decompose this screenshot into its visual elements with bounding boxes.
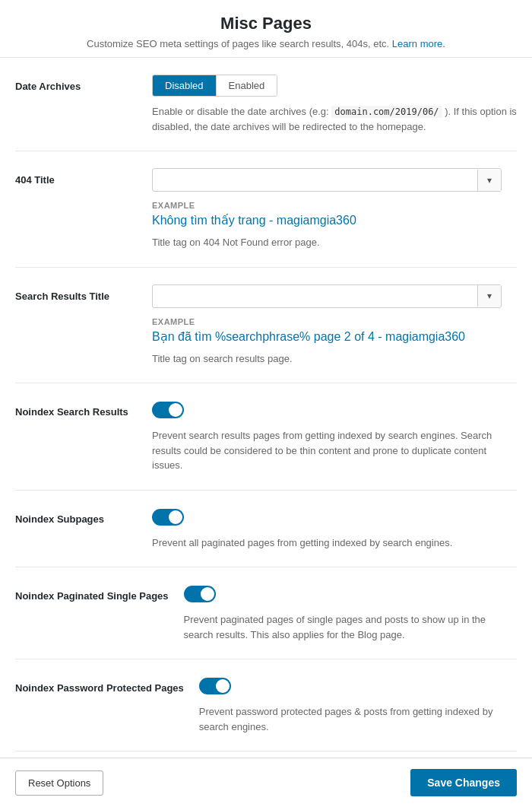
toggle-thumb: [169, 403, 182, 417]
title-404-select-wrapper: Không tìm thấy trang %sep% %sitename% ▾: [152, 168, 502, 192]
date-archives-label: Date Archives: [15, 75, 137, 92]
noindex-search-results-toggle[interactable]: [152, 402, 184, 418]
noindex-password-toggle[interactable]: [199, 678, 231, 694]
title-404-description: Title tag on 404 Not Found error page.: [152, 235, 517, 250]
date-archives-control: Disabled Enabled Enable or disable the d…: [152, 75, 517, 134]
toggle-thumb: [169, 510, 182, 524]
page-footer: Reset Options Save Changes: [0, 758, 532, 807]
search-results-title-dropdown-arrow[interactable]: ▾: [477, 285, 501, 307]
noindex-password-control: Prevent password protected pages & posts…: [199, 676, 517, 734]
enabled-button[interactable]: Enabled: [217, 75, 277, 96]
toggle-thumb: [201, 587, 214, 601]
page-header: Misc Pages Customize SEO meta settings o…: [0, 0, 532, 58]
toggle-track: [152, 509, 184, 526]
noindex-password-row: Noindex Password Protected Pages Prevent…: [15, 659, 517, 751]
toggle-track: [199, 678, 231, 694]
content-area: Date Archives Disabled Enabled Enable or…: [0, 58, 532, 758]
search-results-title-input[interactable]: Bạn đã tìm %searchphrase% %page% %sep% %…: [153, 285, 477, 307]
title-404-input[interactable]: Không tìm thấy trang %sep% %sitename%: [153, 169, 477, 191]
title-404-example-value: Không tìm thấy trang - magiamgia360: [152, 213, 517, 227]
search-results-title-row: Search Results Title Bạn đã tìm %searchp…: [15, 268, 517, 384]
noindex-search-results-row: Noindex Search Results Prevent search re…: [15, 383, 517, 491]
toggle-track: [184, 586, 216, 602]
title-404-dropdown-arrow[interactable]: ▾: [477, 170, 501, 191]
learn-more-link[interactable]: Learn more.: [392, 38, 445, 49]
noindex-subpages-toggle[interactable]: [152, 509, 184, 526]
noindex-search-results-help: Prevent search results pages from gettin…: [152, 428, 517, 473]
date-archives-help: Enable or disable the date archives (e.g…: [152, 104, 517, 134]
search-results-title-label: Search Results Title: [15, 284, 137, 302]
noindex-subpages-row: Noindex Subpages Prevent all paginated p…: [15, 491, 517, 568]
help-code: domain.com/2019/06/: [331, 106, 442, 118]
noindex-paginated-control: Prevent paginated pages of single pages …: [184, 584, 517, 642]
noindex-paginated-toggle[interactable]: [184, 586, 216, 602]
noindex-password-label: Noindex Password Protected Pages: [15, 676, 184, 694]
noindex-subpages-control: Prevent all paginated pages from getting…: [152, 507, 517, 551]
reset-options-button[interactable]: Reset Options: [15, 770, 103, 796]
search-results-title-example-label: EXAMPLE: [152, 317, 517, 326]
noindex-password-help: Prevent password protected pages & posts…: [199, 704, 517, 734]
noindex-search-results-label: Noindex Search Results: [15, 400, 137, 418]
page-wrapper: Misc Pages Customize SEO meta settings o…: [0, 0, 532, 807]
date-archives-row: Date Archives Disabled Enabled Enable or…: [15, 58, 517, 151]
noindex-paginated-row: Noindex Paginated Single Pages Prevent p…: [15, 567, 517, 659]
toggle-track: [152, 402, 184, 418]
save-changes-button[interactable]: Save Changes: [410, 769, 517, 796]
search-results-title-control: Bạn đã tìm %searchphrase% %page% %sep% %…: [152, 284, 517, 367]
search-results-title-description: Title tag on search results page.: [152, 351, 517, 367]
page-title: Misc Pages: [15, 14, 517, 33]
title-404-label: 404 Title: [15, 168, 137, 186]
search-results-title-select-wrapper: Bạn đã tìm %searchphrase% %page% %sep% %…: [152, 284, 502, 308]
noindex-subpages-help: Prevent all paginated pages from getting…: [152, 535, 517, 551]
title-404-row: 404 Title Không tìm thấy trang %sep% %si…: [15, 151, 517, 268]
noindex-search-results-control: Prevent search results pages from gettin…: [152, 400, 517, 473]
disabled-button[interactable]: Disabled: [153, 75, 217, 96]
title-404-example-label: EXAMPLE: [152, 201, 517, 210]
title-404-control: Không tìm thấy trang %sep% %sitename% ▾ …: [152, 168, 517, 250]
noindex-paginated-help: Prevent paginated pages of single pages …: [184, 612, 517, 642]
search-results-title-example-value: Bạn đã tìm %searchphrase% page 2 of 4 - …: [152, 329, 517, 344]
noindex-paginated-label: Noindex Paginated Single Pages: [15, 584, 169, 602]
toggle-thumb: [216, 679, 230, 693]
page-subtitle: Customize SEO meta settings of pages lik…: [15, 38, 517, 49]
date-archives-toggle-group: Disabled Enabled: [152, 75, 277, 97]
noindex-subpages-label: Noindex Subpages: [15, 507, 137, 525]
